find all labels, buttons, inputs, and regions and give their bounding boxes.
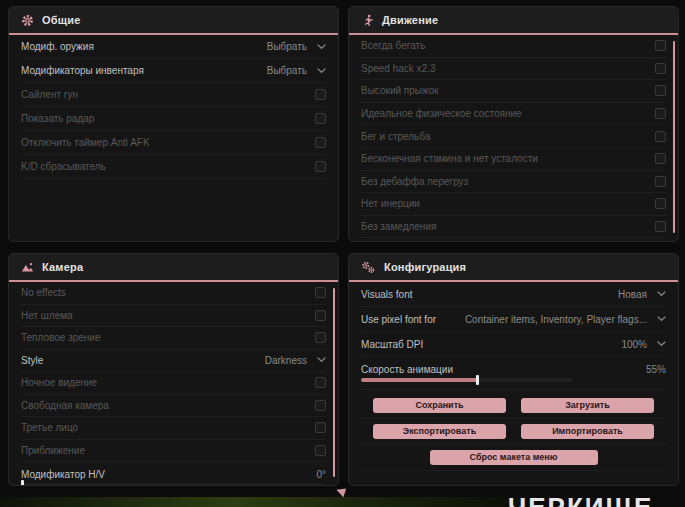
dropdown[interactable]: Выбрать <box>267 41 326 52</box>
panel-title: Камера <box>42 261 83 273</box>
panel-movement: Движение Всегда бегатьSpeed hack x2.3Выс… <box>348 6 679 242</box>
save-button[interactable]: Сохранить <box>373 398 506 413</box>
row-checkbox: Ночное видение <box>21 372 326 395</box>
gears-icon <box>361 261 376 274</box>
button-row: ЭкспортироватьИмпортировать <box>361 419 666 445</box>
checkbox[interactable] <box>655 63 666 74</box>
row-label: No effects <box>21 287 66 298</box>
checkbox[interactable] <box>315 332 326 343</box>
chevron-down-icon <box>317 68 326 74</box>
row-checkbox: Нет инерции <box>361 193 666 216</box>
dropdown[interactable]: Darkness <box>265 355 326 366</box>
dropdown-value: Container items, Inventory, Player flags… <box>465 314 647 325</box>
row-label: Высокий прыжок <box>361 85 439 96</box>
row-label: Приближение <box>21 445 85 456</box>
row-label: Бесконечная стамина и нет усталости <box>361 153 538 164</box>
row-label: Всегда бегать <box>361 40 425 51</box>
checkbox[interactable] <box>315 113 326 124</box>
dropdown[interactable]: Container items, Inventory, Player flags… <box>465 314 666 325</box>
panel-title: Общие <box>42 14 81 26</box>
slider-handle[interactable] <box>476 375 479 385</box>
row-checkbox: Бег и стрельба <box>361 125 666 148</box>
row-checkbox: No effects <box>21 282 326 305</box>
checkbox[interactable] <box>655 153 666 164</box>
export-button[interactable]: Экспортировать <box>373 424 506 439</box>
checkbox[interactable] <box>655 108 666 119</box>
row-checkbox: Третье лицо <box>21 417 326 440</box>
row-label: Нет инерции <box>361 198 420 209</box>
dropdown[interactable]: Выбрать <box>267 65 326 76</box>
checkbox[interactable] <box>315 287 326 298</box>
row-label: Сайлент гун <box>21 89 78 100</box>
screen: ЧЕРКИЩЕ Общие Модиф. оружияВыбратьМодифи… <box>0 0 685 507</box>
panel-general-header[interactable]: Общие <box>9 7 338 35</box>
panel-config-header[interactable]: Конфигурация <box>349 254 678 282</box>
panel-general: Общие Модиф. оружияВыбратьМодификаторы и… <box>8 6 339 242</box>
dropdown-value: 100% <box>621 339 647 350</box>
checkbox[interactable] <box>315 161 326 172</box>
dropdown-value: Выбрать <box>267 65 307 76</box>
checkbox[interactable] <box>315 445 326 456</box>
checkbox[interactable] <box>315 137 326 148</box>
row-checkbox: Сайлент гун <box>21 83 326 107</box>
row-slider: Модификатор H/V0° <box>21 462 326 486</box>
row-label: Без замедления <box>361 221 436 232</box>
checkbox[interactable] <box>315 310 326 321</box>
checkbox[interactable] <box>655 198 666 209</box>
row-dropdown: Масштаб DPI100% <box>361 332 666 357</box>
row-checkbox: K/D сбрасыватель <box>21 155 326 179</box>
chevron-down-icon <box>657 291 666 297</box>
row-label: Показать радар <box>21 113 94 124</box>
panel-config-body: Visuals fontНоваяUse pixel font forConta… <box>349 282 678 390</box>
movement-scrollbar[interactable] <box>673 41 675 233</box>
checkbox[interactable] <box>655 131 666 142</box>
row-label: Visuals font <box>361 289 413 300</box>
camera-scrollbar[interactable] <box>333 288 335 477</box>
checkbox[interactable] <box>315 400 326 411</box>
checkbox[interactable] <box>655 221 666 232</box>
row-dropdown: Visuals fontНовая <box>361 282 666 307</box>
dropdown-value: Новая <box>618 289 647 300</box>
slider-value: 55% <box>646 364 666 375</box>
checkbox[interactable] <box>655 176 666 187</box>
load-button[interactable]: Загрузить <box>521 398 654 413</box>
row-label: Третье лицо <box>21 422 78 433</box>
row-checkbox: Всегда бегать <box>361 35 666 58</box>
row-label: Модиф. оружия <box>21 41 94 52</box>
import-button[interactable]: Импортировать <box>521 424 654 439</box>
dropdown[interactable]: 100% <box>621 339 666 350</box>
checkbox[interactable] <box>315 377 326 388</box>
config-buttons: СохранитьЗагрузитьЭкспортироватьИмпортир… <box>349 390 678 471</box>
slider-track[interactable] <box>21 483 323 487</box>
panel-camera-header[interactable]: Камера <box>9 254 338 282</box>
slider-track[interactable] <box>361 378 573 382</box>
game-background <box>0 497 520 507</box>
row-label: Use pixel font for <box>361 314 436 325</box>
chevron-down-icon <box>317 44 326 50</box>
panel-title: Конфигурация <box>384 261 466 273</box>
runner-icon <box>361 14 374 27</box>
image-icon <box>21 261 34 274</box>
panel-movement-header[interactable]: Движение <box>349 7 678 35</box>
row-checkbox: Тепловое зрение <box>21 327 326 350</box>
checkbox[interactable] <box>315 89 326 100</box>
row-label: Модификатор H/V <box>21 469 105 480</box>
row-checkbox: Бесконечная стамина и нет усталости <box>361 148 666 171</box>
panel-movement-body: Всегда бегатьSpeed hack x2.3Высокий прыж… <box>349 35 678 238</box>
dropdown-value: Darkness <box>265 355 307 366</box>
reset-menu-layout-button[interactable]: Сброс макета меню <box>430 450 598 465</box>
gear-icon <box>21 14 34 27</box>
row-dropdown: StyleDarkness <box>21 350 326 373</box>
row-label: Нет шлема <box>21 310 73 321</box>
row-checkbox: Идеальное физическое состояние <box>361 103 666 126</box>
dropdown[interactable]: Новая <box>618 289 666 300</box>
row-label: Бег и стрельба <box>361 131 430 142</box>
row-dropdown: Модификаторы инвентаряВыбрать <box>21 59 326 83</box>
row-checkbox: Без дебаффа перегруз <box>361 171 666 194</box>
row-checkbox: Speed hack x2.3 <box>361 58 666 81</box>
slider-handle[interactable] <box>21 480 24 487</box>
button-row: Сброс макета меню <box>361 445 666 471</box>
checkbox[interactable] <box>655 85 666 96</box>
checkbox[interactable] <box>655 40 666 51</box>
checkbox[interactable] <box>315 422 326 433</box>
